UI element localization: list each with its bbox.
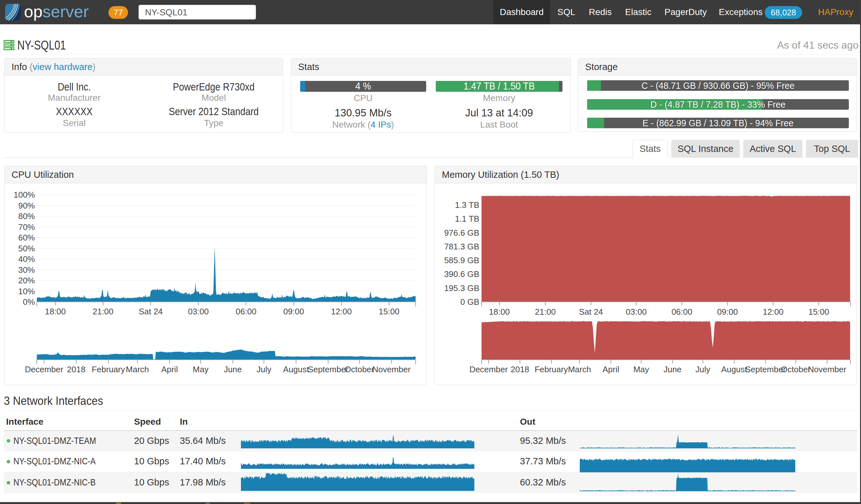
svg-text:976.6 GB: 976.6 GB <box>444 228 479 238</box>
svg-text:10%: 10% <box>18 286 35 296</box>
svg-text:06:00: 06:00 <box>235 307 256 316</box>
svg-text:0 GB: 0 GB <box>461 297 479 307</box>
svg-text:12:00: 12:00 <box>763 307 783 317</box>
svg-text:21:00: 21:00 <box>93 307 113 316</box>
svg-text:Sat 24: Sat 24 <box>138 307 163 316</box>
svg-text:0%: 0% <box>23 297 35 307</box>
svg-text:70%: 70% <box>18 222 35 232</box>
svg-text:June: June <box>224 365 242 374</box>
svg-text:2018: 2018 <box>511 365 529 374</box>
svg-text:21:00: 21:00 <box>535 307 556 317</box>
svg-text:September: September <box>308 365 349 374</box>
svg-text:60%: 60% <box>18 233 35 242</box>
svg-text:1.3 TB: 1.3 TB <box>455 200 479 210</box>
svg-text:May: May <box>633 365 649 374</box>
svg-text:July: July <box>257 365 271 374</box>
svg-text:February: February <box>535 365 568 374</box>
svg-text:390.6 GB: 390.6 GB <box>444 269 479 279</box>
svg-text:09:00: 09:00 <box>717 307 738 317</box>
svg-text:15:00: 15:00 <box>808 307 829 317</box>
svg-text:18:00: 18:00 <box>45 307 66 316</box>
svg-text:781.3 GB: 781.3 GB <box>444 242 479 251</box>
svg-text:100%: 100% <box>14 190 35 199</box>
svg-text:03:00: 03:00 <box>626 307 647 317</box>
svg-text:October: October <box>345 365 374 374</box>
svg-text:30%: 30% <box>18 265 35 275</box>
svg-text:40%: 40% <box>18 254 35 264</box>
svg-text:March: March <box>568 365 591 374</box>
svg-text:April: April <box>602 365 619 374</box>
svg-text:November: November <box>372 365 410 374</box>
svg-text:09:00: 09:00 <box>283 307 304 316</box>
svg-text:12:00: 12:00 <box>331 307 352 316</box>
svg-text:195.3 GB: 195.3 GB <box>444 283 479 293</box>
svg-text:90%: 90% <box>18 201 35 210</box>
svg-text:August: August <box>283 365 310 374</box>
svg-text:1.1 TB: 1.1 TB <box>455 214 479 224</box>
svg-text:50%: 50% <box>18 244 35 253</box>
svg-text:July: July <box>696 365 710 374</box>
svg-text:03:00: 03:00 <box>188 307 209 316</box>
svg-text:August: August <box>721 365 748 374</box>
svg-text:18:00: 18:00 <box>489 307 510 317</box>
svg-text:February: February <box>92 365 125 374</box>
svg-text:October: October <box>781 365 811 374</box>
svg-text:2018: 2018 <box>67 365 85 374</box>
svg-text:May: May <box>193 365 209 374</box>
svg-text:Sat 24: Sat 24 <box>579 307 603 317</box>
svg-text:April: April <box>161 365 178 374</box>
svg-text:November: November <box>808 365 846 374</box>
svg-text:June: June <box>664 365 682 374</box>
svg-text:March: March <box>126 365 149 374</box>
svg-text:06:00: 06:00 <box>672 307 692 317</box>
svg-text:September: September <box>745 365 786 374</box>
svg-text:December: December <box>469 365 508 374</box>
svg-text:December: December <box>25 365 63 374</box>
svg-text:15:00: 15:00 <box>379 307 399 316</box>
svg-text:585.9 GB: 585.9 GB <box>444 255 479 265</box>
svg-text:80%: 80% <box>18 211 35 221</box>
svg-text:20%: 20% <box>18 276 35 285</box>
